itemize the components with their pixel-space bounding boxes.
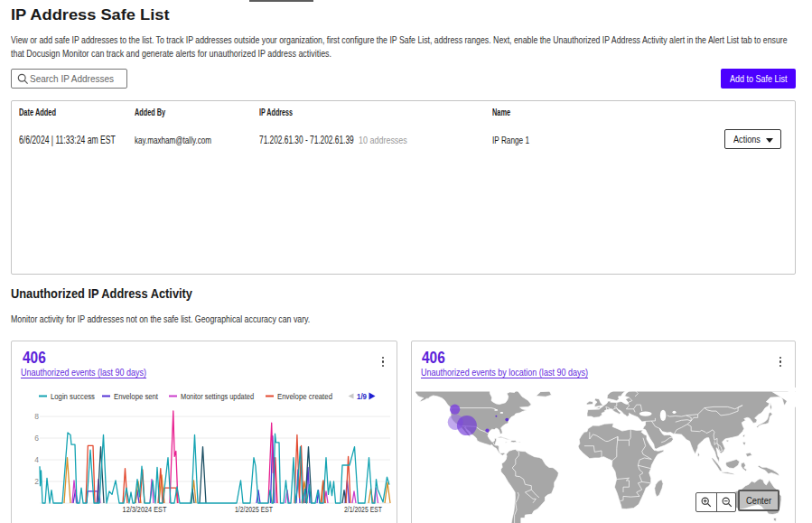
svg-text:8: 8: [34, 412, 39, 421]
svg-text:1/9: 1/9: [357, 391, 367, 401]
svg-text:6: 6: [34, 434, 39, 443]
svg-text:4: 4: [34, 455, 39, 464]
svg-text:Envelope created: Envelope created: [277, 392, 332, 401]
svg-text:2/1/2025 EST: 2/1/2025 EST: [344, 505, 382, 514]
svg-text:Monitor settings updated: Monitor settings updated: [181, 392, 254, 401]
svg-text:Envelope sent: Envelope sent: [114, 392, 158, 401]
svg-text:Login success: Login success: [51, 392, 95, 401]
svg-text:1/2/2025 EST: 1/2/2025 EST: [235, 505, 273, 514]
svg-text:2: 2: [34, 477, 39, 486]
svg-text:12/3/2024 EST: 12/3/2024 EST: [123, 505, 167, 514]
